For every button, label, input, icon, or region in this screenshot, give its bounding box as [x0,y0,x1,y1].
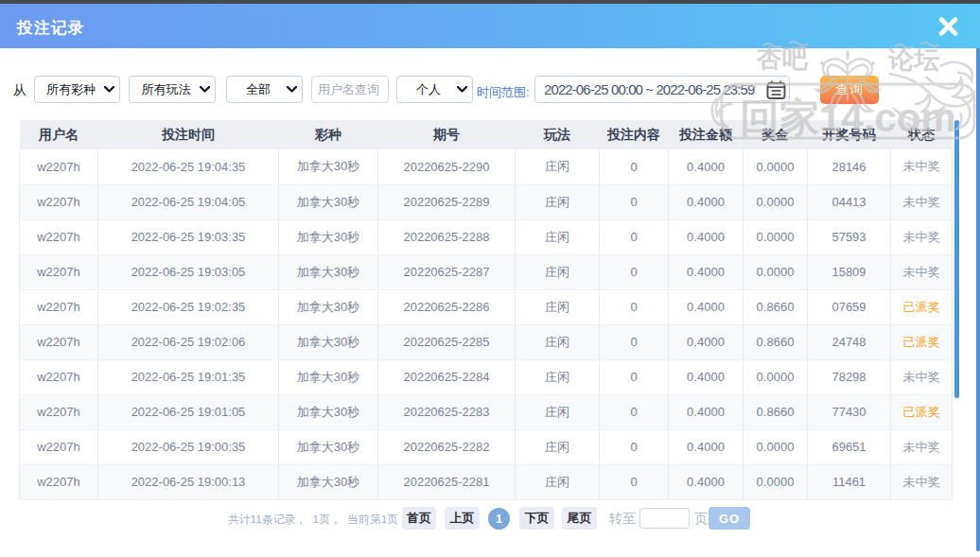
svg-text:论坛: 论坛 [887,45,939,74]
svg-text:杏吧: 杏吧 [756,44,808,73]
